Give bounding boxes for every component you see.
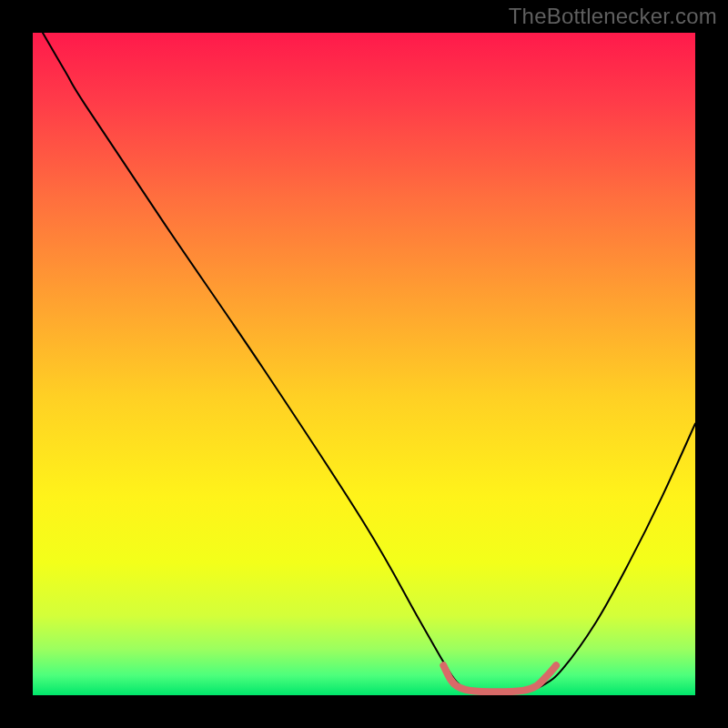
watermark-label: TheBottlenecker.com xyxy=(509,4,717,29)
chart-frame: TheBottlenecker.com xyxy=(0,0,728,728)
bottleneck-chart xyxy=(33,33,695,695)
gradient-background xyxy=(33,33,695,695)
